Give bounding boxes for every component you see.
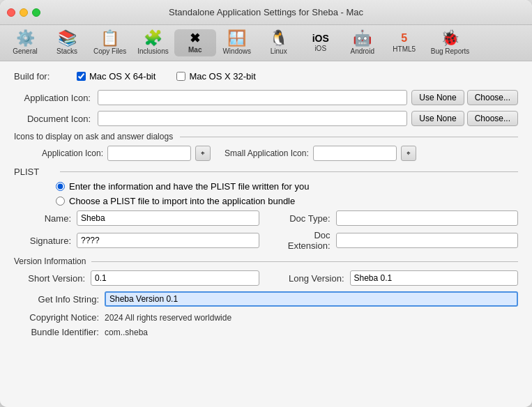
bug-icon: 🐞: [441, 31, 459, 46]
doc-type-input[interactable]: [336, 210, 519, 226]
cursor-icon: ⌖: [201, 149, 205, 158]
build-for-row: Build for: Mac OS X 64-bit Mac OS X 32-b…: [14, 71, 518, 82]
doc-extension-input[interactable]: [336, 233, 519, 248]
html5-icon: 5: [401, 33, 407, 44]
toolbar: ⚙️ General 📚 Stacks 📋 Copy Files 🧩 Inclu…: [0, 25, 532, 61]
tab-mac[interactable]: ✖ Mac: [174, 29, 216, 56]
stacks-icon: 📚: [58, 31, 77, 46]
plist-radio1-row: Enter the information and have the PLIST…: [14, 181, 518, 192]
copy-files-icon: 📋: [100, 31, 119, 46]
doc-type-label: Doc Type:: [273, 213, 336, 224]
get-info-row: Get Info String:: [14, 291, 518, 307]
doc-extension-label: Doc Extension:: [273, 230, 336, 251]
tab-bug-reports[interactable]: 🐞 Bug Reports: [425, 28, 476, 58]
icons-divider: [180, 137, 518, 137]
bundle-value: com..sheba: [105, 328, 148, 337]
cursor-icon-2: ⌖: [406, 149, 411, 158]
short-version-input[interactable]: [91, 270, 259, 286]
signature-input[interactable]: [77, 233, 259, 248]
copyright-value: 2024 All rights reserved worldwide: [105, 313, 231, 323]
signature-label: Signature:: [14, 236, 77, 246]
tab-android[interactable]: 🤖 Android: [342, 28, 383, 58]
build-for-label: Build for:: [14, 71, 77, 82]
tab-inclusions[interactable]: 🧩 Inclusions: [132, 28, 174, 58]
name-input[interactable]: [77, 210, 259, 226]
content-area: Build for: Mac OS X 64-bit Mac OS X 32-b…: [0, 61, 532, 407]
doc-extension-row: Doc Extension:: [273, 230, 519, 251]
tab-mac-label: Mac: [188, 46, 202, 54]
tab-ios-label: iOS: [314, 45, 326, 52]
version-info-header: Version Information: [14, 256, 518, 266]
long-version-input[interactable]: [350, 270, 519, 286]
minimize-button[interactable]: [20, 8, 28, 17]
tab-stacks-label: Stacks: [56, 47, 77, 55]
get-info-input[interactable]: [105, 291, 518, 307]
build-64-checkbox-label[interactable]: Mac OS X 64-bit: [77, 71, 155, 82]
windows-icon: 🪟: [227, 31, 246, 46]
plist-radio1-label: Enter the information and have the PLIST…: [69, 181, 309, 192]
tab-general-label: General: [13, 47, 38, 55]
tab-copy-files-label: Copy Files: [93, 47, 126, 55]
version-divider-line: [91, 261, 518, 262]
tab-linux-label: Linux: [271, 47, 287, 55]
maximize-button[interactable]: [32, 8, 40, 17]
tab-html5-label: HTML5: [393, 45, 416, 53]
copyright-label: Copyright Notice:: [14, 312, 105, 323]
linux-icon: 🐧: [269, 31, 288, 46]
bundle-row: Bundle Identifier: com..sheba: [14, 327, 518, 337]
tab-windows[interactable]: 🪟 Windows: [216, 28, 258, 58]
build-64-checkbox[interactable]: [77, 72, 86, 81]
small-app-icon-label: Small Application Icon:: [225, 148, 309, 158]
application-icon-choose-button[interactable]: Choose...: [467, 90, 518, 105]
titlebar: Standalone Application Settings for Sheb…: [0, 0, 532, 25]
tab-copy-files[interactable]: 📋 Copy Files: [88, 28, 132, 58]
icons-dialogs-section: Icons to display on ask and answer dialo…: [14, 132, 518, 161]
icons-dialogs-header: Icons to display on ask and answer dialo…: [14, 132, 518, 141]
version-info-label: Version Information: [14, 256, 91, 266]
document-icon-choose-button[interactable]: Choose...: [467, 111, 518, 126]
document-icon-label: Document Icon:: [14, 114, 98, 124]
build-32-checkbox-label[interactable]: Mac OS X 32-bit: [176, 71, 255, 82]
window-title: Standalone Application Settings for Sheb…: [169, 7, 363, 17]
plist-radio2-label: Choose a PLIST file to import into the a…: [69, 196, 295, 206]
small-app-icon-input[interactable]: [313, 146, 397, 161]
small-app-icon-picker-button[interactable]: ⌖: [401, 146, 416, 161]
tab-general[interactable]: ⚙️ General: [4, 28, 46, 58]
plist-divider: [60, 171, 518, 172]
document-icon-field[interactable]: [98, 111, 407, 126]
document-icon-use-none-button[interactable]: Use None: [411, 111, 464, 126]
name-row: Name:: [14, 210, 259, 226]
icons-dialogs-label: Icons to display on ask and answer dialo…: [14, 132, 173, 141]
version-row: Short Version: Long Version:: [14, 270, 518, 286]
document-icon-row: Document Icon: Use None Choose...: [14, 111, 518, 126]
ask-dialogs-fields: Application Icon: ⌖ Small Application Ic…: [14, 146, 518, 161]
app-icon-picker-button[interactable]: ⌖: [195, 146, 211, 161]
long-version-group: Long Version:: [273, 270, 519, 286]
plist-radio2[interactable]: [56, 197, 65, 206]
tab-windows-label: Windows: [222, 47, 251, 55]
application-icon-label: Application Icon:: [14, 93, 98, 103]
plist-radio1[interactable]: [56, 182, 65, 191]
tab-inclusions-label: Inclusions: [137, 47, 168, 55]
ios-icon: iOS: [312, 33, 329, 43]
tab-stacks[interactable]: 📚 Stacks: [46, 28, 88, 58]
plist-fields: Name: Doc Type: Signature: Doc Extension…: [14, 210, 518, 251]
inclusions-icon: 🧩: [144, 31, 162, 46]
tab-linux[interactable]: 🐧 Linux: [258, 28, 300, 58]
short-version-group: Short Version:: [14, 270, 259, 286]
app-icon-ask-input[interactable]: [107, 146, 191, 161]
android-icon: 🤖: [353, 31, 372, 46]
app-icon-ask-group: Application Icon: ⌖: [42, 146, 211, 161]
tab-ios[interactable]: iOS iOS: [300, 31, 342, 55]
app-icon-ask-label: Application Icon:: [42, 148, 103, 158]
application-icon-use-none-button[interactable]: Use None: [411, 90, 464, 105]
tab-html5[interactable]: 5 HTML5: [383, 30, 425, 56]
small-app-icon-ask-group: Small Application Icon: ⌖: [225, 146, 416, 161]
tab-android-label: Android: [350, 47, 374, 55]
close-button[interactable]: [7, 8, 15, 17]
build-32-checkbox[interactable]: [176, 72, 185, 81]
gear-icon: ⚙️: [16, 31, 35, 46]
build-32-label: Mac OS X 32-bit: [189, 71, 255, 82]
main-window: Standalone Application Settings for Sheb…: [0, 0, 532, 407]
application-icon-field[interactable]: [98, 90, 407, 105]
